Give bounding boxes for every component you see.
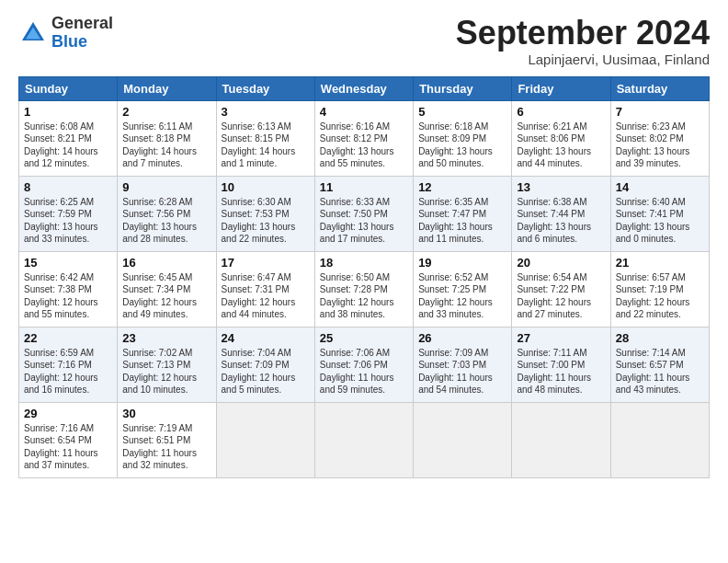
day-number: 12: [418, 180, 506, 194]
table-row: 17Sunrise: 6:47 AM Sunset: 7:31 PM Dayli…: [216, 251, 314, 327]
month-title: September 2024: [456, 15, 710, 52]
day-number: 14: [616, 180, 704, 194]
day-info: Sunrise: 6:16 AM Sunset: 8:12 PM Dayligh…: [320, 121, 408, 170]
table-row: 12Sunrise: 6:35 AM Sunset: 7:47 PM Dayli…: [414, 176, 512, 251]
day-number: 8: [24, 180, 112, 194]
day-number: 30: [122, 407, 210, 420]
logo-general: General: [51, 15, 113, 33]
day-info: Sunrise: 7:02 AM Sunset: 7:13 PM Dayligh…: [122, 347, 210, 396]
table-row: 18Sunrise: 6:50 AM Sunset: 7:28 PM Dayli…: [314, 251, 413, 327]
col-tuesday: Tuesday: [216, 76, 314, 100]
table-row: 3Sunrise: 6:13 AM Sunset: 8:15 PM Daylig…: [216, 100, 314, 176]
col-sunday: Sunday: [19, 76, 118, 100]
day-info: Sunrise: 6:13 AM Sunset: 8:15 PM Dayligh…: [222, 121, 310, 170]
calendar-table: Sunday Monday Tuesday Wednesday Thursday…: [18, 76, 710, 478]
day-info: Sunrise: 6:18 AM Sunset: 8:09 PM Dayligh…: [418, 121, 506, 170]
day-number: 7: [616, 105, 704, 119]
table-row: 1Sunrise: 6:08 AM Sunset: 8:21 PM Daylig…: [19, 100, 118, 176]
day-number: 13: [517, 180, 605, 194]
day-number: 18: [320, 256, 408, 270]
table-row: 7Sunrise: 6:23 AM Sunset: 8:02 PM Daylig…: [610, 100, 709, 176]
day-info: Sunrise: 6:30 AM Sunset: 7:53 PM Dayligh…: [222, 196, 310, 246]
day-info: Sunrise: 7:06 AM Sunset: 7:06 PM Dayligh…: [320, 347, 408, 396]
day-number: 10: [222, 180, 310, 194]
table-row: 30Sunrise: 7:19 AM Sunset: 6:51 PM Dayli…: [118, 402, 216, 477]
table-row: [610, 402, 709, 477]
day-info: Sunrise: 6:47 AM Sunset: 7:31 PM Dayligh…: [222, 271, 310, 321]
day-info: Sunrise: 6:23 AM Sunset: 8:02 PM Dayligh…: [616, 121, 704, 170]
day-info: Sunrise: 6:54 AM Sunset: 7:22 PM Dayligh…: [517, 271, 605, 321]
table-row: 5Sunrise: 6:18 AM Sunset: 8:09 PM Daylig…: [414, 100, 512, 176]
day-info: Sunrise: 6:11 AM Sunset: 8:18 PM Dayligh…: [122, 121, 210, 170]
day-info: Sunrise: 6:45 AM Sunset: 7:34 PM Dayligh…: [122, 271, 210, 321]
table-row: 23Sunrise: 7:02 AM Sunset: 7:13 PM Dayli…: [118, 327, 216, 402]
table-row: [216, 402, 314, 477]
day-info: Sunrise: 6:42 AM Sunset: 7:38 PM Dayligh…: [24, 271, 112, 321]
table-row: 28Sunrise: 7:14 AM Sunset: 6:57 PM Dayli…: [610, 327, 709, 402]
table-row: 14Sunrise: 6:40 AM Sunset: 7:41 PM Dayli…: [610, 176, 709, 251]
day-number: 11: [320, 180, 408, 194]
day-info: Sunrise: 7:16 AM Sunset: 6:54 PM Dayligh…: [24, 422, 112, 472]
day-number: 2: [122, 105, 210, 119]
day-number: 17: [222, 256, 310, 270]
table-row: 25Sunrise: 7:06 AM Sunset: 7:06 PM Dayli…: [314, 327, 413, 402]
calendar-row: 8Sunrise: 6:25 AM Sunset: 7:59 PM Daylig…: [19, 176, 710, 251]
day-number: 28: [616, 331, 704, 345]
table-row: 20Sunrise: 6:54 AM Sunset: 7:22 PM Dayli…: [512, 251, 610, 327]
day-info: Sunrise: 6:52 AM Sunset: 7:25 PM Dayligh…: [418, 271, 506, 321]
day-info: Sunrise: 6:25 AM Sunset: 7:59 PM Dayligh…: [24, 196, 112, 246]
page: General Blue September 2024 Lapinjaervi,…: [0, 0, 728, 488]
table-row: 29Sunrise: 7:16 AM Sunset: 6:54 PM Dayli…: [19, 402, 118, 477]
table-row: 16Sunrise: 6:45 AM Sunset: 7:34 PM Dayli…: [118, 251, 216, 327]
table-row: 4Sunrise: 6:16 AM Sunset: 8:12 PM Daylig…: [314, 100, 413, 176]
day-number: 23: [122, 331, 210, 345]
day-info: Sunrise: 6:08 AM Sunset: 8:21 PM Dayligh…: [24, 121, 112, 170]
day-info: Sunrise: 6:57 AM Sunset: 7:19 PM Dayligh…: [616, 271, 704, 321]
day-number: 24: [222, 331, 310, 345]
day-info: Sunrise: 7:19 AM Sunset: 6:51 PM Dayligh…: [122, 422, 210, 472]
day-number: 1: [24, 105, 112, 119]
day-number: 9: [122, 180, 210, 194]
table-row: 11Sunrise: 6:33 AM Sunset: 7:50 PM Dayli…: [314, 176, 413, 251]
table-row: 21Sunrise: 6:57 AM Sunset: 7:19 PM Dayli…: [610, 251, 709, 327]
calendar-row: 22Sunrise: 6:59 AM Sunset: 7:16 PM Dayli…: [19, 327, 710, 402]
col-monday: Monday: [118, 76, 216, 100]
day-number: 21: [616, 256, 704, 270]
day-number: 25: [320, 331, 408, 345]
table-row: 6Sunrise: 6:21 AM Sunset: 8:06 PM Daylig…: [512, 100, 610, 176]
table-row: 24Sunrise: 7:04 AM Sunset: 7:09 PM Dayli…: [216, 327, 314, 402]
day-info: Sunrise: 6:50 AM Sunset: 7:28 PM Dayligh…: [320, 271, 408, 321]
day-number: 4: [320, 105, 408, 119]
day-number: 15: [24, 256, 112, 270]
day-number: 5: [418, 105, 506, 119]
table-row: 26Sunrise: 7:09 AM Sunset: 7:03 PM Dayli…: [414, 327, 512, 402]
table-row: 27Sunrise: 7:11 AM Sunset: 7:00 PM Dayli…: [512, 327, 610, 402]
calendar-header: Sunday Monday Tuesday Wednesday Thursday…: [19, 76, 710, 100]
logo-text: General Blue: [51, 15, 113, 52]
calendar-row: 15Sunrise: 6:42 AM Sunset: 7:38 PM Dayli…: [19, 251, 710, 327]
table-row: 19Sunrise: 6:52 AM Sunset: 7:25 PM Dayli…: [414, 251, 512, 327]
day-info: Sunrise: 6:35 AM Sunset: 7:47 PM Dayligh…: [418, 196, 506, 246]
calendar-row: 29Sunrise: 7:16 AM Sunset: 6:54 PM Dayli…: [19, 402, 710, 477]
day-info: Sunrise: 6:59 AM Sunset: 7:16 PM Dayligh…: [24, 347, 112, 396]
table-row: 22Sunrise: 6:59 AM Sunset: 7:16 PM Dayli…: [19, 327, 118, 402]
day-number: 26: [418, 331, 506, 345]
title-block: September 2024 Lapinjaervi, Uusimaa, Fin…: [456, 15, 710, 67]
table-row: 10Sunrise: 6:30 AM Sunset: 7:53 PM Dayli…: [216, 176, 314, 251]
day-info: Sunrise: 6:28 AM Sunset: 7:56 PM Dayligh…: [122, 196, 210, 246]
day-number: 16: [122, 256, 210, 270]
location-subtitle: Lapinjaervi, Uusimaa, Finland: [456, 52, 710, 67]
day-info: Sunrise: 7:11 AM Sunset: 7:00 PM Dayligh…: [517, 347, 605, 396]
day-number: 19: [418, 256, 506, 270]
table-row: 2Sunrise: 6:11 AM Sunset: 8:18 PM Daylig…: [118, 100, 216, 176]
table-row: 15Sunrise: 6:42 AM Sunset: 7:38 PM Dayli…: [19, 251, 118, 327]
table-row: 8Sunrise: 6:25 AM Sunset: 7:59 PM Daylig…: [19, 176, 118, 251]
day-info: Sunrise: 7:09 AM Sunset: 7:03 PM Dayligh…: [418, 347, 506, 396]
col-friday: Friday: [512, 76, 610, 100]
day-number: 6: [517, 105, 605, 119]
col-saturday: Saturday: [610, 76, 709, 100]
table-row: 9Sunrise: 6:28 AM Sunset: 7:56 PM Daylig…: [118, 176, 216, 251]
logo: General Blue: [18, 15, 113, 52]
calendar-body: 1Sunrise: 6:08 AM Sunset: 8:21 PM Daylig…: [19, 100, 710, 477]
header: General Blue September 2024 Lapinjaervi,…: [18, 15, 710, 67]
